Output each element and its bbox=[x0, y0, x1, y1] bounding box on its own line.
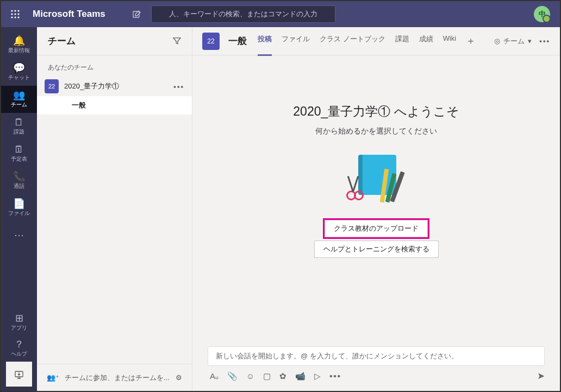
new-message-icon[interactable] bbox=[133, 10, 141, 18]
rail-item-label: 課題 bbox=[14, 128, 24, 136]
welcome-title: 2020_量子力学① へようこそ bbox=[293, 103, 459, 120]
app-title: Microsoft Teams bbox=[33, 9, 125, 20]
rail-item-label: チーム bbox=[11, 101, 27, 109]
user-avatar[interactable]: 中 bbox=[534, 6, 550, 22]
rail-teams[interactable]: 👥チーム bbox=[1, 86, 37, 113]
calls-icon: 📞 bbox=[13, 172, 25, 181]
attach-icon[interactable]: 📎 bbox=[227, 371, 238, 381]
compose-more-icon[interactable]: ••• bbox=[329, 371, 341, 381]
team-chip: 22 bbox=[202, 33, 220, 50]
rail-help[interactable]: ？ヘルプ bbox=[1, 336, 37, 362]
section-label: あなたのチーム bbox=[37, 55, 192, 77]
search-input[interactable]: 人、キーワードの検索、またはコマンドの入力 bbox=[151, 5, 335, 23]
teams-icon: 👥 bbox=[13, 90, 25, 100]
svg-point-8 bbox=[17, 16, 19, 18]
channel-title: 一般 bbox=[228, 35, 247, 47]
svg-point-6 bbox=[11, 16, 13, 18]
rail-item-label: アプリ bbox=[11, 324, 27, 332]
welcome-area: 2020_量子力学① へようこそ 何から始めるかを選択してください クラス教材の… bbox=[192, 55, 560, 346]
gif-icon[interactable]: ▢ bbox=[263, 371, 271, 381]
team-visibility-button[interactable]: ◎ チーム ▾ bbox=[494, 36, 532, 46]
join-team-icon: 👥⁺ bbox=[47, 374, 59, 382]
files-icon: 📄 bbox=[13, 199, 25, 208]
chevron-down-icon: ▾ bbox=[528, 37, 532, 45]
channel-row[interactable]: 一般 bbox=[37, 96, 192, 115]
svg-point-3 bbox=[11, 13, 13, 15]
welcome-subtitle: 何から始めるかを選択してください bbox=[315, 127, 437, 136]
rail-more[interactable]: ⋯ bbox=[1, 222, 37, 249]
bell-icon: 🔔 bbox=[13, 36, 25, 46]
svg-point-1 bbox=[14, 10, 16, 11]
compose-toolbar: Aᵤ 📎 ☺ ▢ ✿ 📹 ▷ ••• ➤ bbox=[208, 370, 545, 382]
rail-item-label: チャット bbox=[8, 74, 30, 81]
teams-left-pane: チーム あなたのチーム 22 2020_量子力学① ••• 一般 👥⁺ チームに… bbox=[37, 27, 192, 391]
meet-now-icon[interactable]: 📹 bbox=[295, 371, 306, 381]
svg-point-0 bbox=[11, 10, 13, 11]
svg-point-4 bbox=[14, 13, 16, 15]
filter-icon[interactable] bbox=[173, 37, 181, 45]
rail-item-label: ヘルプ bbox=[11, 350, 27, 358]
chat-icon: 💬 bbox=[13, 63, 25, 73]
emoji-icon[interactable]: ☺ bbox=[246, 371, 254, 381]
tab-add-icon[interactable]: ＋ bbox=[466, 26, 476, 56]
channel-more-icon[interactable]: ••• bbox=[539, 37, 550, 45]
help-icon: ？ bbox=[14, 339, 24, 349]
calendar-icon: 🗓 bbox=[14, 144, 24, 154]
rail-apps[interactable]: ⊞アプリ bbox=[1, 309, 37, 336]
assignments-icon: 🗒 bbox=[14, 117, 24, 127]
rail-files[interactable]: 📄ファイル bbox=[1, 194, 37, 222]
tab-class-notebook[interactable]: クラス ノートブック bbox=[320, 26, 385, 56]
team-name: 2020_量子力学① bbox=[64, 81, 119, 91]
team-more-icon[interactable]: ••• bbox=[173, 83, 184, 91]
svg-point-7 bbox=[14, 16, 16, 18]
tab-files[interactable]: ファイル bbox=[282, 26, 310, 56]
left-pane-title: チーム bbox=[48, 35, 76, 47]
rail-item-label: 通話 bbox=[14, 182, 24, 190]
svg-point-5 bbox=[17, 13, 19, 15]
sticker-icon[interactable]: ✿ bbox=[279, 371, 286, 381]
rail-calendar[interactable]: 🗓予定表 bbox=[1, 140, 37, 167]
settings-icon[interactable]: ⚙ bbox=[176, 374, 182, 382]
upload-class-materials-button[interactable]: クラス教材のアップロード bbox=[325, 220, 428, 237]
rail-chat[interactable]: 💬チャット bbox=[1, 59, 37, 86]
format-icon[interactable]: Aᵤ bbox=[210, 371, 219, 381]
welcome-illustration bbox=[346, 155, 406, 205]
join-team-button[interactable]: チームに参加、またはチームを... bbox=[65, 373, 170, 383]
team-avatar: 22 bbox=[45, 79, 59, 93]
waffle-menu-icon[interactable] bbox=[9, 10, 22, 18]
send-icon[interactable]: ➤ bbox=[537, 370, 545, 382]
rail-activity[interactable]: 🔔最新情報 bbox=[1, 31, 37, 59]
compose-input[interactable]: 新しい会話を開始します。@ を入力して、誰かにメンションしてください。 bbox=[208, 346, 545, 366]
team-visibility-label: チーム bbox=[503, 36, 525, 46]
apps-icon: ⊞ bbox=[15, 313, 23, 323]
svg-point-2 bbox=[17, 10, 19, 11]
channel-header: 22 一般 投稿 ファイル クラス ノートブック 課題 成績 Wiki ＋ ◎ … bbox=[192, 27, 560, 55]
rail-item-label: 最新情報 bbox=[8, 47, 30, 54]
tab-posts[interactable]: 投稿 bbox=[258, 26, 272, 56]
rail-assignments[interactable]: 🗒課題 bbox=[1, 113, 37, 140]
rail-calls[interactable]: 📞通話 bbox=[1, 167, 37, 194]
ellipsis-icon: ⋯ bbox=[14, 230, 24, 240]
rail-item-label: 予定表 bbox=[11, 155, 27, 163]
team-row[interactable]: 22 2020_量子力学① ••• bbox=[37, 77, 192, 96]
tab-grades[interactable]: 成績 bbox=[419, 26, 433, 56]
download-desktop-icon[interactable] bbox=[6, 362, 32, 387]
tab-wiki[interactable]: Wiki bbox=[443, 26, 457, 56]
app-rail: 🔔最新情報 💬チャット 👥チーム 🗒課題 🗓予定表 📞通話 📄ファイル ⋯ ⊞ア… bbox=[1, 27, 37, 391]
rail-item-label: ファイル bbox=[8, 210, 30, 217]
search-help-button[interactable]: ヘルプとトレーニングを検索する bbox=[314, 241, 439, 258]
stream-icon[interactable]: ▷ bbox=[314, 371, 321, 381]
tab-assignments[interactable]: 課題 bbox=[395, 26, 409, 56]
eye-icon: ◎ bbox=[494, 37, 500, 45]
